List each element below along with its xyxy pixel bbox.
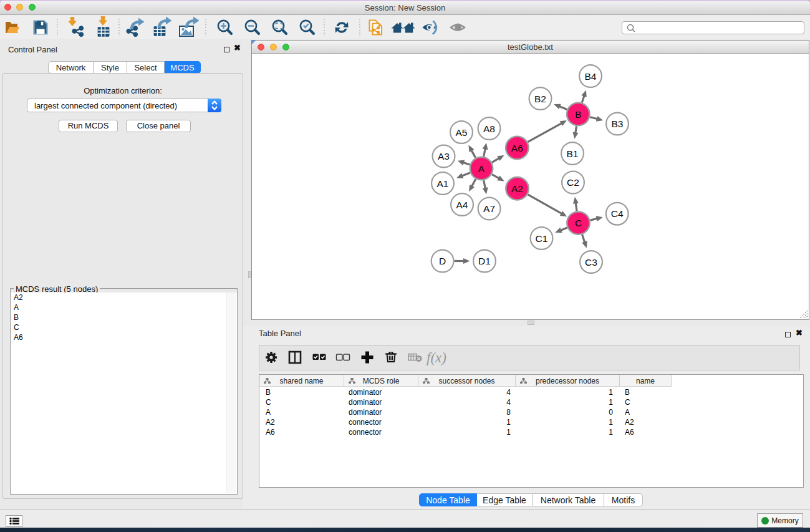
svg-text:C3: C3 [585,257,597,268]
svg-text:A7: A7 [483,203,495,214]
svg-text:C: C [575,218,582,228]
svg-text:B2: B2 [534,94,546,104]
svg-text:B: B [575,109,581,120]
svg-text:A: A [478,163,485,174]
svg-text:C4: C4 [611,208,624,219]
svg-text:C1: C1 [536,233,548,244]
svg-text:A3: A3 [438,151,450,162]
svg-text:A6: A6 [511,143,523,153]
svg-text:f(x): f(x) [427,350,446,365]
svg-text:A5: A5 [456,127,468,138]
svg-text:A8: A8 [483,123,495,134]
svg-text:B4: B4 [585,71,597,82]
svg-text:D: D [439,256,446,266]
svg-text:C2: C2 [567,177,579,188]
svg-text:B3: B3 [612,118,624,129]
svg-text:A1: A1 [437,178,449,189]
svg-text:A4: A4 [456,200,468,210]
svg-text:B1: B1 [567,148,579,159]
svg-text:D1: D1 [478,256,491,266]
svg-text:A2: A2 [511,183,523,194]
